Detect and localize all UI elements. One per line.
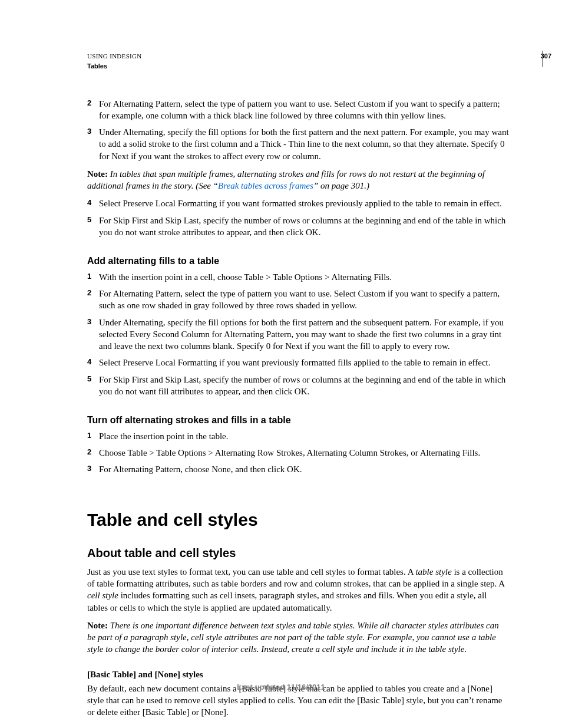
step-item: 2For Alternating Pattern, select the typ…: [87, 288, 509, 312]
step-item: 3Under Alternating, specify the fill opt…: [87, 317, 509, 353]
step-number: 5: [87, 215, 91, 225]
paragraph: Just as you use text styles to format te…: [87, 566, 509, 614]
step-text: For Alternating Pattern, select the type…: [99, 289, 500, 310]
step-text: For Alternating Pattern, choose None, an…: [99, 465, 302, 474]
step-text: For Skip First and Skip Last, specify th…: [99, 216, 505, 237]
step-text: For Skip First and Skip Last, specify th…: [99, 375, 505, 396]
italic-term: table style: [415, 567, 451, 577]
step-number: 2: [87, 288, 91, 298]
step-number: 3: [87, 126, 91, 137]
page-number: 307: [541, 52, 551, 61]
header-line-1: USING INDESIGN: [87, 52, 509, 61]
heading-turn-off: Turn off alternating strokes and fills i…: [87, 414, 509, 427]
step-number: 2: [87, 447, 91, 457]
text: includes formatting such as cell insets,…: [87, 591, 487, 612]
step-number: 1: [87, 271, 91, 282]
step-item: 5For Skip First and Skip Last, specify t…: [87, 374, 509, 398]
step-text: Under Alternating, specify the fill opti…: [99, 127, 509, 161]
step-item: 1With the insertion point in a cell, cho…: [87, 271, 509, 283]
step-number: 3: [87, 463, 91, 474]
heading-add-fills: Add alternating fills to a table: [87, 255, 509, 268]
step-number: 2: [87, 98, 91, 108]
step-item: 5For Skip First and Skip Last, specify t…: [87, 215, 509, 239]
step-item: 1Place the insertion point in the table.: [87, 430, 509, 442]
step-number: 5: [87, 374, 91, 384]
step-text: Place the insertion point in the table.: [99, 431, 229, 441]
step-text: With the insertion point in a cell, choo…: [99, 272, 392, 282]
step-text: Select Preserve Local Formatting if you …: [99, 358, 491, 367]
subheading-basic-table: [Basic Table] and [None] styles: [87, 668, 509, 680]
note-prefix: Note:: [87, 621, 108, 630]
step-item: 2Choose Table > Table Options > Alternat…: [87, 447, 509, 459]
step-item: 4Select Preserve Local Formatting if you…: [87, 197, 509, 209]
step-item: 2For Alternating Pattern, select the typ…: [87, 98, 509, 122]
step-number: 3: [87, 317, 91, 327]
text: Just as you use text styles to format te…: [87, 567, 415, 577]
heading-about-styles: About table and cell styles: [87, 545, 509, 561]
step-text: Choose Table > Table Options > Alternati…: [99, 448, 480, 457]
steps-list: 1With the insertion point in a cell, cho…: [87, 271, 509, 397]
step-item: 3For Alternating Pattern, choose None, a…: [87, 463, 509, 475]
step-item: 4Select Preserve Local Formatting if you…: [87, 357, 509, 368]
step-number: 4: [87, 197, 91, 208]
note-paragraph: Note: There is one important difference …: [87, 620, 509, 655]
step-item: 3Under Alternating, specify the fill opt…: [87, 126, 509, 162]
step-number: 1: [87, 430, 91, 441]
note-prefix: Note:: [87, 169, 108, 179]
step-text: Under Alternating, specify the fill opti…: [99, 318, 504, 351]
page-header: USING INDESIGN Tables 307: [87, 52, 509, 71]
steps-list: 1Place the insertion point in the table.…: [87, 430, 509, 476]
steps-list: 4Select Preserve Local Formatting if you…: [87, 197, 509, 238]
header-line-2: Tables: [87, 62, 509, 71]
step-text: Select Preserve Local Formatting if you …: [99, 199, 502, 208]
step-text: For Alternating Pattern, select the type…: [99, 99, 500, 120]
italic-term: cell style: [87, 591, 118, 600]
link-break-tables[interactable]: Break tables across frames: [218, 181, 313, 190]
steps-list: 2For Alternating Pattern, select the typ…: [87, 98, 509, 162]
heading-table-cell-styles: Table and cell styles: [87, 508, 509, 532]
note-paragraph: Note: In tables that span multiple frame…: [87, 168, 509, 192]
footer-last-updated: Last updated 11/16/2011: [0, 682, 562, 693]
page: USING INDESIGN Tables 307 2For Alternati…: [0, 0, 562, 728]
note-text: There is one important difference betwee…: [87, 621, 499, 654]
content-area: 2For Alternating Pattern, select the typ…: [87, 98, 509, 719]
note-text: ” on page 301.): [313, 181, 369, 190]
step-number: 4: [87, 357, 91, 367]
